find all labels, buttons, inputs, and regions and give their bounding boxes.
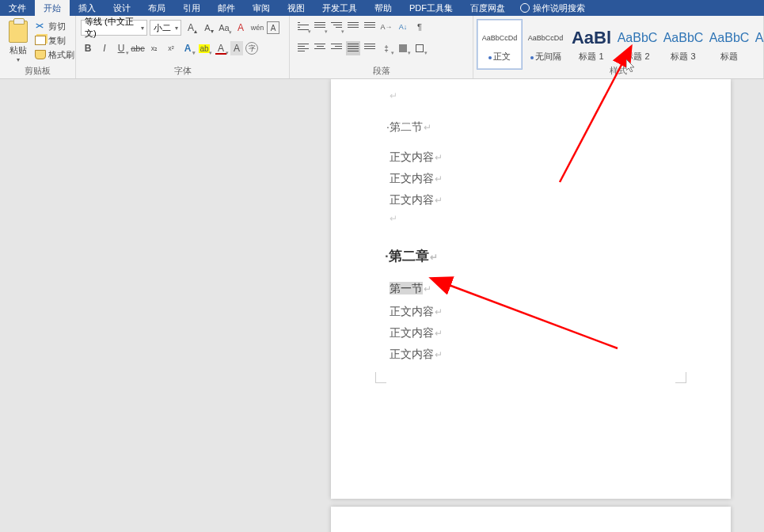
font-size-combo[interactable]: 小二▾ bbox=[150, 20, 181, 36]
paste-button[interactable]: 粘贴 ▾ bbox=[5, 19, 32, 70]
align-right-button[interactable] bbox=[329, 41, 344, 55]
document-line[interactable]: 正文内容↵ bbox=[390, 150, 443, 165]
align-left-button[interactable] bbox=[296, 41, 310, 55]
subscript-button[interactable]: x₂ bbox=[147, 41, 162, 55]
font-name-combo[interactable]: 等线 (中文正文)▾ bbox=[81, 20, 147, 36]
superscript-button[interactable]: x² bbox=[164, 41, 178, 55]
distribute-button[interactable] bbox=[363, 41, 377, 55]
change-case-button[interactable]: Aa▾ bbox=[217, 21, 231, 35]
align-center-button[interactable] bbox=[313, 41, 327, 55]
strike-button[interactable]: abc bbox=[131, 41, 145, 55]
menu-tab-插入[interactable]: 插入 bbox=[70, 0, 105, 16]
menubar: 文件开始插入设计布局引用邮件审阅视图开发工具帮助PDF工具集百度网盘操作说明搜索 bbox=[0, 0, 764, 16]
selected-text: 第一节 bbox=[390, 282, 423, 294]
bold-button[interactable]: B bbox=[81, 41, 95, 55]
menu-tab-邮件[interactable]: 邮件 bbox=[209, 0, 244, 16]
style-preview: AaBbCcDd bbox=[482, 27, 518, 49]
underline-button[interactable]: U▾ bbox=[114, 41, 128, 55]
document-line[interactable]: 正文内容↵ bbox=[390, 172, 443, 186]
copy-icon bbox=[35, 36, 46, 45]
clipboard-icon bbox=[9, 21, 28, 43]
char-shading-button[interactable]: A bbox=[230, 41, 243, 55]
shade-button[interactable]: ▾ bbox=[396, 41, 410, 55]
paragraph-mark: ↵ bbox=[424, 122, 431, 133]
enclosed-char-button[interactable]: 字 bbox=[245, 42, 258, 55]
document-line[interactable]: 正文内容↵ bbox=[390, 348, 443, 362]
cut-button[interactable]: 剪切 bbox=[35, 19, 74, 33]
paragraph-mark: ↵ bbox=[435, 328, 443, 339]
shrink-font-button[interactable]: A▾ bbox=[200, 21, 215, 35]
page-2: ↵ 第二节↵正文内容↵ bbox=[331, 507, 731, 532]
grow-font-button[interactable]: A▴ bbox=[184, 21, 198, 35]
style-name: 标题 3 bbox=[671, 51, 695, 63]
multilevel-button[interactable]: ▾ bbox=[329, 20, 344, 34]
numbering-button[interactable]: ▾ bbox=[313, 20, 327, 34]
group-paragraph: ▾ ▾ ▾ A→ A↓ ¶ ‡▾ ▾ ▾ 段落 bbox=[290, 16, 473, 78]
clipboard-sublist: 剪切 复制 格式刷 bbox=[35, 19, 74, 62]
menu-tab-布局[interactable]: 布局 bbox=[139, 0, 174, 16]
style-正文[interactable]: AaBbCcDd正文 bbox=[477, 19, 523, 70]
clear-format-button[interactable]: A bbox=[234, 21, 248, 35]
chevron-down-icon: ▾ bbox=[5, 56, 32, 63]
font-color-button[interactable]: A▾ bbox=[214, 41, 228, 55]
indent-dec-button[interactable] bbox=[363, 20, 377, 34]
paragraph-mark: ↵ bbox=[435, 195, 443, 206]
border-button[interactable]: ▾ bbox=[412, 41, 427, 55]
align-justify-button[interactable] bbox=[346, 41, 360, 55]
document-line[interactable]: ·第二章↵ bbox=[385, 247, 438, 265]
show-marks-button[interactable]: ¶ bbox=[412, 20, 427, 34]
menu-tab-PDF工具集[interactable]: PDF工具集 bbox=[401, 0, 462, 16]
menu-tab-百度网盘[interactable]: 百度网盘 bbox=[462, 0, 514, 16]
document-area[interactable]: ↵ ↵ ·第二节↵正文内容↵正文内容↵正文内容↵·第二章↵第一节↵正文内容↵正文… bbox=[0, 79, 764, 532]
style-name: 无间隔 bbox=[530, 51, 561, 63]
style-标题[interactable]: AaBbC标题 bbox=[706, 19, 752, 70]
document-line[interactable]: 正文内容↵ bbox=[390, 305, 443, 319]
group-font: 等线 (中文正文)▾ 小二▾ A▴ A▾ Aa▾ A wén A B I U▾ … bbox=[76, 16, 290, 78]
cursor-icon bbox=[626, 59, 636, 72]
group-label-styles: 样式 bbox=[473, 65, 763, 77]
indent-inc-button[interactable] bbox=[346, 20, 360, 34]
menu-tab-引用[interactable]: 引用 bbox=[174, 0, 209, 16]
highlight-button[interactable]: ab▾ bbox=[197, 41, 211, 55]
text-effects-button[interactable]: A▾ bbox=[181, 41, 195, 55]
brush-icon bbox=[35, 50, 46, 59]
char-border-button[interactable]: A bbox=[267, 21, 279, 34]
style-preview: AaBbC bbox=[663, 27, 704, 49]
style-标题 3[interactable]: AaBbC标题 3 bbox=[660, 19, 706, 70]
document-line[interactable]: 正文内容↵ bbox=[390, 326, 443, 340]
document-line[interactable]: 正文内容↵ bbox=[390, 193, 443, 207]
paste-label: 粘贴 bbox=[5, 44, 32, 56]
bullet-dot: · bbox=[386, 120, 390, 133]
bullets-button[interactable]: ▾ bbox=[296, 20, 310, 34]
menu-tab-帮助[interactable]: 帮助 bbox=[366, 0, 401, 16]
group-styles: AaBbCcDd正文AaBbCcDd无间隔AaBl标题 1AaBbC标题 2Aa… bbox=[473, 16, 764, 78]
style-name: 正文 bbox=[488, 51, 511, 63]
style-标题 1[interactable]: AaBl标题 1 bbox=[568, 19, 614, 70]
style-标题 2[interactable]: AaBbC标题 2 bbox=[614, 19, 660, 70]
scissors-icon bbox=[35, 21, 46, 31]
copy-button[interactable]: 复制 bbox=[35, 33, 74, 48]
font-name-value: 等线 (中文正文) bbox=[85, 16, 143, 40]
paragraph-mark: ↵ bbox=[430, 252, 438, 263]
document-line[interactable]: ·第二节↵ bbox=[386, 120, 431, 135]
line-spacing-button[interactable]: ‡▾ bbox=[379, 41, 393, 55]
phonetic-button[interactable]: wén bbox=[250, 21, 264, 35]
style-无间隔[interactable]: AaBbCcDd无间隔 bbox=[523, 19, 568, 70]
document-line[interactable]: 第一节↵ bbox=[390, 282, 431, 296]
group-label-font: 字体 bbox=[76, 65, 289, 77]
style-副[interactable]: AaBbC副 bbox=[752, 19, 764, 70]
ltr-button[interactable]: A→ bbox=[379, 20, 393, 34]
group-clipboard: 粘贴 ▾ 剪切 复制 格式刷 剪贴板 bbox=[0, 16, 76, 78]
menu-tab-开发工具[interactable]: 开发工具 bbox=[314, 0, 366, 16]
format-painter-button[interactable]: 格式刷 bbox=[35, 48, 74, 62]
italic-button[interactable]: I bbox=[97, 41, 112, 55]
style-name: 标题 bbox=[720, 51, 738, 63]
menu-tab-设计[interactable]: 设计 bbox=[105, 0, 139, 16]
sort-button[interactable]: A↓ bbox=[396, 20, 410, 34]
tell-me-search[interactable]: 操作说明搜索 bbox=[520, 2, 585, 14]
menu-tab-视图[interactable]: 视图 bbox=[279, 0, 314, 16]
menu-tab-审阅[interactable]: 审阅 bbox=[244, 0, 279, 16]
menu-tab-文件[interactable]: 文件 bbox=[0, 0, 35, 16]
chevron-down-icon: ▾ bbox=[175, 25, 178, 32]
menu-tab-开始[interactable]: 开始 bbox=[35, 0, 70, 16]
